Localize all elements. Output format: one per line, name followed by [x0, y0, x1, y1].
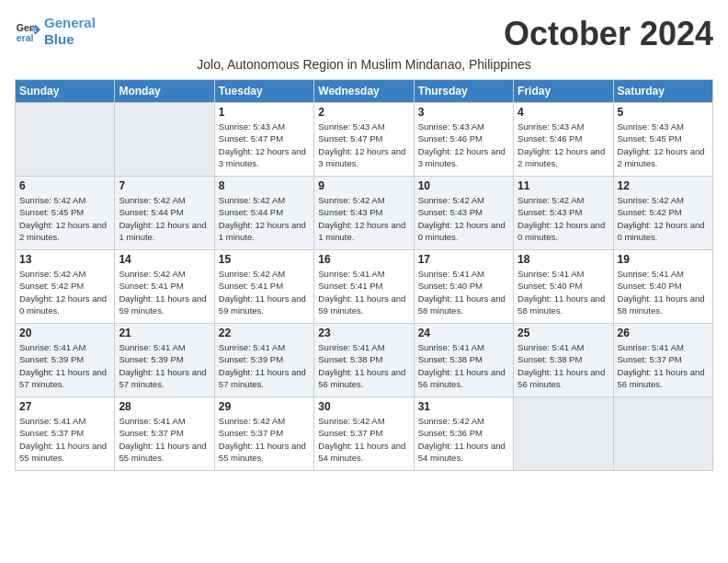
month-title: October 2024: [504, 15, 713, 53]
day-number: 4: [518, 106, 609, 119]
day-info: Sunrise: 5:42 AM Sunset: 5:44 PM Dayligh…: [119, 194, 210, 243]
day-info: Sunrise: 5:41 AM Sunset: 5:40 PM Dayligh…: [518, 268, 609, 316]
day-number: 29: [219, 400, 310, 413]
calendar-cell: 13Sunrise: 5:42 AM Sunset: 5:42 PM Dayli…: [16, 250, 115, 324]
day-number: 26: [618, 327, 709, 339]
weekday-header-sunday: Sunday: [16, 80, 115, 103]
day-info: Sunrise: 5:41 AM Sunset: 5:38 PM Dayligh…: [418, 341, 509, 390]
day-number: 19: [618, 253, 709, 266]
day-info: Sunrise: 5:42 AM Sunset: 5:43 PM Dayligh…: [518, 194, 609, 243]
day-info: Sunrise: 5:41 AM Sunset: 5:40 PM Dayligh…: [418, 268, 509, 316]
weekday-header-saturday: Saturday: [613, 80, 712, 103]
day-number: 7: [119, 179, 210, 192]
calendar-cell: 18Sunrise: 5:41 AM Sunset: 5:40 PM Dayli…: [514, 250, 613, 324]
calendar-cell: 2Sunrise: 5:43 AM Sunset: 5:47 PM Daylig…: [314, 103, 414, 177]
calendar-cell: 1Sunrise: 5:43 AM Sunset: 5:47 PM Daylig…: [214, 103, 313, 177]
day-number: 21: [119, 327, 210, 339]
calendar-cell: 30Sunrise: 5:42 AM Sunset: 5:37 PM Dayli…: [314, 397, 414, 471]
day-number: 24: [418, 327, 509, 339]
calendar-cell: 22Sunrise: 5:41 AM Sunset: 5:39 PM Dayli…: [214, 324, 313, 397]
day-number: 10: [418, 179, 509, 192]
calendar-cell: 15Sunrise: 5:42 AM Sunset: 5:41 PM Dayli…: [214, 250, 313, 324]
calendar-cell: 4Sunrise: 5:43 AM Sunset: 5:46 PM Daylig…: [514, 103, 613, 177]
day-number: 17: [418, 253, 509, 266]
calendar-cell: [514, 397, 613, 471]
svg-text:eral: eral: [17, 32, 34, 43]
weekday-header-thursday: Thursday: [414, 80, 513, 103]
calendar-cell: [613, 397, 712, 471]
day-number: 6: [19, 179, 110, 192]
day-number: 9: [318, 179, 409, 192]
day-number: 8: [219, 179, 310, 192]
day-number: 15: [219, 253, 310, 266]
calendar-cell: 23Sunrise: 5:41 AM Sunset: 5:38 PM Dayli…: [314, 324, 414, 397]
day-info: Sunrise: 5:41 AM Sunset: 5:37 PM Dayligh…: [19, 415, 110, 464]
day-number: 12: [618, 179, 709, 192]
weekday-header-friday: Friday: [514, 80, 613, 103]
calendar-cell: 19Sunrise: 5:41 AM Sunset: 5:40 PM Dayli…: [613, 250, 712, 324]
day-info: Sunrise: 5:43 AM Sunset: 5:47 PM Dayligh…: [318, 121, 409, 169]
day-number: 23: [318, 327, 409, 339]
day-info: Sunrise: 5:43 AM Sunset: 5:47 PM Dayligh…: [219, 121, 310, 169]
day-number: 3: [418, 106, 509, 119]
day-number: 31: [418, 400, 509, 413]
day-number: 27: [19, 400, 110, 413]
calendar-table: SundayMondayTuesdayWednesdayThursdayFrid…: [15, 79, 713, 471]
day-info: Sunrise: 5:42 AM Sunset: 5:44 PM Dayligh…: [219, 194, 310, 243]
calendar-cell: 17Sunrise: 5:41 AM Sunset: 5:40 PM Dayli…: [414, 250, 513, 324]
day-info: Sunrise: 5:42 AM Sunset: 5:37 PM Dayligh…: [318, 415, 409, 464]
day-number: 2: [318, 106, 409, 119]
day-info: Sunrise: 5:43 AM Sunset: 5:45 PM Dayligh…: [618, 121, 709, 169]
day-number: 11: [518, 179, 609, 192]
calendar-cell: 10Sunrise: 5:42 AM Sunset: 5:43 PM Dayli…: [414, 177, 513, 250]
weekday-header-wednesday: Wednesday: [314, 80, 414, 103]
calendar-cell: 29Sunrise: 5:42 AM Sunset: 5:37 PM Dayli…: [214, 397, 313, 471]
calendar-cell: 27Sunrise: 5:41 AM Sunset: 5:37 PM Dayli…: [16, 397, 115, 471]
calendar-cell: 26Sunrise: 5:41 AM Sunset: 5:37 PM Dayli…: [613, 324, 712, 397]
calendar-cell: [16, 103, 115, 177]
weekday-header-tuesday: Tuesday: [214, 80, 313, 103]
day-info: Sunrise: 5:41 AM Sunset: 5:40 PM Dayligh…: [618, 268, 709, 316]
day-number: 13: [19, 253, 110, 266]
calendar-cell: 24Sunrise: 5:41 AM Sunset: 5:38 PM Dayli…: [414, 324, 513, 397]
calendar-cell: 11Sunrise: 5:42 AM Sunset: 5:43 PM Dayli…: [514, 177, 613, 250]
logo: Gen eral B General Blue: [15, 15, 96, 48]
logo-name-line2: Blue: [44, 31, 96, 48]
day-info: Sunrise: 5:41 AM Sunset: 5:37 PM Dayligh…: [618, 341, 709, 390]
calendar-cell: 28Sunrise: 5:41 AM Sunset: 5:37 PM Dayli…: [115, 397, 214, 471]
day-number: 5: [618, 106, 709, 119]
calendar-cell: 6Sunrise: 5:42 AM Sunset: 5:45 PM Daylig…: [16, 177, 115, 250]
calendar-cell: 5Sunrise: 5:43 AM Sunset: 5:45 PM Daylig…: [613, 103, 712, 177]
calendar-cell: 3Sunrise: 5:43 AM Sunset: 5:46 PM Daylig…: [414, 103, 513, 177]
day-info: Sunrise: 5:42 AM Sunset: 5:42 PM Dayligh…: [618, 194, 709, 243]
calendar-cell: 8Sunrise: 5:42 AM Sunset: 5:44 PM Daylig…: [214, 177, 313, 250]
day-info: Sunrise: 5:42 AM Sunset: 5:43 PM Dayligh…: [418, 194, 509, 243]
day-number: 16: [318, 253, 409, 266]
day-info: Sunrise: 5:42 AM Sunset: 5:41 PM Dayligh…: [219, 268, 310, 316]
calendar-cell: 20Sunrise: 5:41 AM Sunset: 5:39 PM Dayli…: [16, 324, 115, 397]
day-number: 30: [318, 400, 409, 413]
day-number: 20: [19, 327, 110, 339]
calendar-cell: 21Sunrise: 5:41 AM Sunset: 5:39 PM Dayli…: [115, 324, 214, 397]
weekday-header-monday: Monday: [115, 80, 214, 103]
day-number: 25: [518, 327, 609, 339]
logo-icon: Gen eral B: [15, 18, 40, 44]
calendar-cell: 12Sunrise: 5:42 AM Sunset: 5:42 PM Dayli…: [613, 177, 712, 250]
calendar-subtitle: Jolo, Autonomous Region in Muslim Mindan…: [15, 57, 713, 72]
day-info: Sunrise: 5:42 AM Sunset: 5:42 PM Dayligh…: [19, 268, 110, 316]
day-number: 18: [518, 253, 609, 266]
day-info: Sunrise: 5:42 AM Sunset: 5:41 PM Dayligh…: [119, 268, 210, 316]
day-info: Sunrise: 5:43 AM Sunset: 5:46 PM Dayligh…: [418, 121, 509, 169]
day-info: Sunrise: 5:42 AM Sunset: 5:45 PM Dayligh…: [19, 194, 110, 243]
day-info: Sunrise: 5:42 AM Sunset: 5:37 PM Dayligh…: [219, 415, 310, 464]
calendar-cell: 9Sunrise: 5:42 AM Sunset: 5:43 PM Daylig…: [314, 177, 414, 250]
day-number: 22: [219, 327, 310, 339]
day-info: Sunrise: 5:42 AM Sunset: 5:36 PM Dayligh…: [418, 415, 509, 464]
calendar-cell: 14Sunrise: 5:42 AM Sunset: 5:41 PM Dayli…: [115, 250, 214, 324]
calendar-cell: 31Sunrise: 5:42 AM Sunset: 5:36 PM Dayli…: [414, 397, 513, 471]
day-info: Sunrise: 5:41 AM Sunset: 5:37 PM Dayligh…: [119, 415, 210, 464]
svg-text:B: B: [32, 27, 37, 33]
day-number: 28: [119, 400, 210, 413]
day-info: Sunrise: 5:41 AM Sunset: 5:39 PM Dayligh…: [19, 341, 110, 390]
day-number: 14: [119, 253, 210, 266]
